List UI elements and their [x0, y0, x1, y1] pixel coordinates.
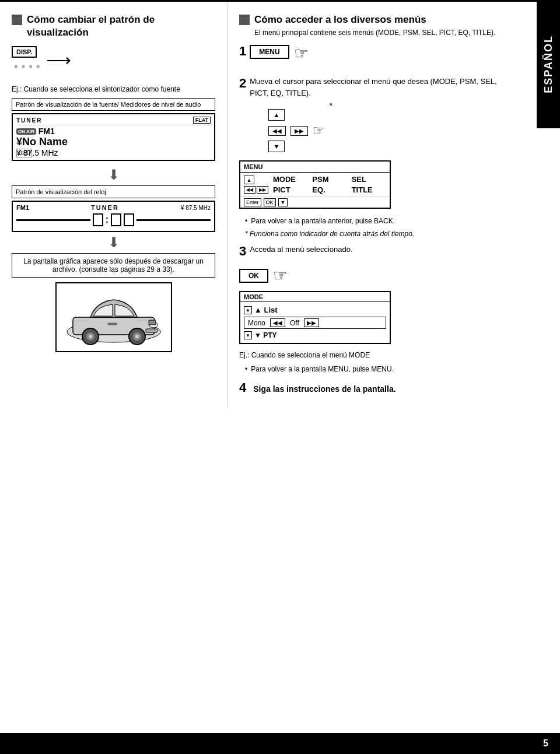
svg-point-4 — [89, 335, 92, 338]
tuner-label: TUNER — [16, 117, 42, 124]
nav-down-btn[interactable]: ▼ — [268, 141, 285, 152]
bullet-list-1: • Para volver a la pantalla anterior, pu… — [245, 216, 505, 226]
right-subtitle: El menú principal contiene seis menús (M… — [254, 29, 495, 37]
arrow-down-2: ⬇ — [12, 234, 215, 251]
menu-icon-up[interactable]: ▲ — [244, 176, 254, 184]
on-air-box: ON AIR FM1 — [16, 127, 211, 136]
disp-arrow: ⟶ — [46, 50, 71, 70]
mode-off-label: Off — [290, 319, 299, 327]
step-3-number: 3 — [239, 244, 246, 259]
step-1-row: 1 MENU ☞ — [239, 44, 505, 69]
left-section-title: Cómo cambiar el patrón de visualización — [12, 13, 215, 39]
graphic-label-box: La pantalla gráfica aparece sólo después… — [12, 253, 215, 278]
no-name-text: ¥No Name — [16, 136, 211, 148]
on-air-badge: ON AIR — [16, 128, 36, 135]
nav-up-btn[interactable]: ▲ — [268, 109, 285, 121]
freq-text: ¥ 87.5 MHz — [16, 148, 211, 157]
menu-item-psm[interactable]: PSM — [312, 175, 346, 184]
clock-box: FM1 TUNER ¥ 87.5 MHz : — [12, 201, 215, 232]
dash-right — [136, 219, 211, 221]
step-4-number: 4 — [239, 380, 246, 395]
menu-button[interactable]: MENU — [250, 45, 289, 59]
ej-text: Ej.: Cuando se selecciona el sintonizado… — [12, 85, 215, 93]
step-3-row: 3 Acceda al menú seleccionado. — [239, 244, 505, 259]
mode-mono-row: Mono ◀◀ Off ▶▶ — [244, 317, 386, 329]
hand-pointer-2: ☞ — [313, 123, 324, 138]
mode-pty-row: ▼ ▼ PTY — [244, 330, 386, 341]
bullet-item-menu: • Para volver a la pantalla MENU, pulse … — [245, 364, 505, 374]
arrow-down-1: ⬇ — [12, 167, 215, 183]
step-2-text: Mueva el cursor para seleccionar el menú… — [250, 76, 505, 99]
step-3-content: Acceda al menú seleccionado. — [250, 244, 505, 255]
svg-point-7 — [135, 335, 139, 338]
step-4-row: 4 Siga las instrucciones de la pantalla. — [239, 380, 505, 395]
viz-label-2: Patrón de visualización del reloj — [12, 185, 215, 198]
ok-btn-sm[interactable]: OK — [264, 198, 276, 206]
mode-next-btn[interactable]: ▶▶ — [304, 318, 319, 327]
clock-seg-1 — [93, 213, 103, 226]
clock-fm1: FM1 — [16, 204, 29, 211]
right-column: Cómo acceder a los diversos menús El men… — [228, 2, 537, 407]
mode-up-icon: ▲ — [244, 306, 252, 314]
mode-screen-body: ▲ ▲ List Mono ◀◀ Off ▶▶ ▼ ▼ PTY — [240, 302, 390, 343]
menu-item-eq[interactable]: EQ. — [312, 185, 346, 194]
svg-rect-9 — [146, 329, 158, 332]
menu-icon-next[interactable]: ▶▶ — [257, 186, 268, 194]
menu-btn-area: MENU ☞ — [250, 44, 505, 63]
clock-display: : — [16, 213, 211, 226]
left-title-text: Cómo cambiar el patrón de visualización — [27, 13, 215, 39]
disp-button[interactable]: DISP. — [12, 46, 37, 58]
bottom-bar: 5 — [0, 733, 560, 754]
time-box: 0:00 — [16, 149, 32, 157]
tuner-top-row: TUNER FLAT — [16, 117, 211, 125]
viz-label-1: Patrón de visualización de la fuente/ Me… — [12, 98, 215, 111]
ok-button-large[interactable]: OK — [239, 269, 268, 283]
bullet-list-2: • Para volver a la pantalla MENU, pulse … — [245, 364, 505, 374]
mode-down-icon: ▼ — [244, 331, 252, 339]
tuner-screen: TUNER FLAT ON AIR FM1 ¥No Name ¥ 87.5 MH… — [12, 113, 215, 161]
clock-seg-3 — [124, 213, 134, 226]
mode-list-item: ▲ List — [254, 306, 278, 314]
menu-screen-title: MENU — [244, 163, 262, 170]
menu-screen-header: MENU — [240, 162, 390, 173]
step-3-text: Acceda al menú seleccionado. — [250, 244, 505, 255]
menu-item-pict[interactable]: PICT — [273, 185, 307, 194]
fm1-text: FM1 — [38, 127, 55, 136]
disp-area: DISP. • • • • ⟶ — [12, 46, 215, 73]
clock-seg-2 — [111, 213, 121, 226]
nav-container: ▲ ◀◀ ▶▶ ☞ ▼ * — [251, 106, 324, 156]
right-section-icon — [239, 15, 250, 25]
menu-item-title[interactable]: TITLE — [352, 185, 386, 194]
menu-item-mode[interactable]: MODE — [273, 175, 307, 184]
dash-left — [16, 219, 90, 221]
hand-pointer-1: ☞ — [294, 44, 309, 63]
clock-freq: ¥ 87.5 MHz — [181, 205, 211, 211]
ej-mode: Ej.: Cuando se selecciona el menú MODE — [239, 351, 505, 359]
mode-screen-header: MODE — [240, 292, 390, 302]
step-4-text: Siga las instrucciones de la pantalla. — [253, 384, 396, 394]
left-column: Cómo cambiar el patrón de visualización … — [0, 2, 228, 407]
car-svg — [58, 285, 169, 349]
main-container: Cómo cambiar el patrón de visualización … — [0, 2, 560, 407]
asterisk-mark: * — [330, 101, 332, 110]
nav-right-btn[interactable]: ▶▶ — [290, 126, 308, 136]
mode-screen: MODE ▲ ▲ List Mono ◀◀ Off ▶▶ ▼ ▼ PTY — [239, 291, 391, 344]
clock-top-row: FM1 TUNER ¥ 87.5 MHz — [16, 204, 211, 211]
step-2-content: Mueva el cursor para seleccionar el menú… — [250, 76, 505, 99]
mode-pty-label: ▼ PTY — [254, 331, 277, 339]
step-2-number: 2 — [239, 76, 246, 91]
asterisk-note: * Funciona como indicador de cuenta atrá… — [245, 230, 505, 238]
menu-icon-prev[interactable]: ◀◀ — [244, 186, 256, 194]
step-2-row: 2 Mueva el cursor para seleccionar el me… — [239, 76, 505, 99]
right-title-text: Cómo acceder a los diversos menús — [254, 13, 495, 26]
svg-rect-10 — [149, 320, 156, 325]
enter-label: Enter — [244, 198, 261, 206]
mode-prev-btn[interactable]: ◀◀ — [270, 318, 285, 327]
right-section-title: Cómo acceder a los diversos menús El men… — [239, 13, 505, 37]
hand-pointer-3: ☞ — [273, 266, 288, 285]
menu-item-sel[interactable]: SEL — [352, 175, 386, 184]
nav-left-btn[interactable]: ◀◀ — [268, 126, 286, 136]
mode-mono-label: Mono — [248, 319, 265, 327]
menu-down-sm[interactable]: ▼ — [278, 198, 288, 206]
mode-list-row: ▲ ▲ List — [244, 304, 386, 315]
